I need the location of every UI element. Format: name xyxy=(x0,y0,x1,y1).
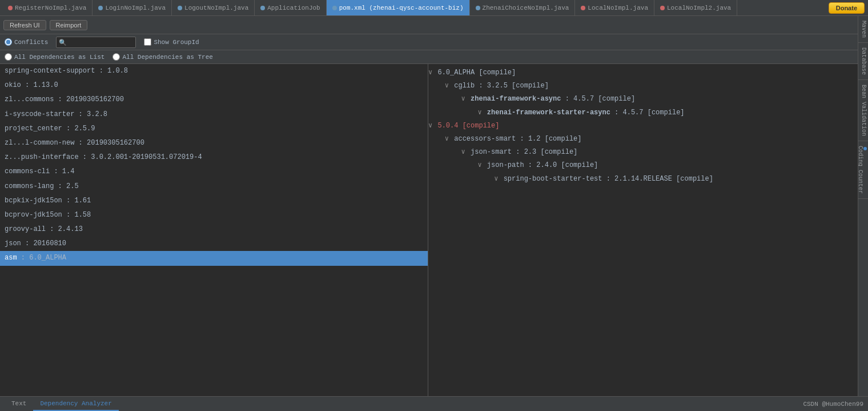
show-groupid-label[interactable]: Show GroupId xyxy=(144,38,199,46)
dep-item-0[interactable]: spring-context-support : 1.0.8 xyxy=(0,64,428,78)
dep-name-4: project_center xyxy=(5,125,62,133)
dep-version-12: : 20160810 xyxy=(21,240,66,248)
tab-5[interactable]: ZhenaiChoiceNoImpl.java xyxy=(470,0,576,15)
tree-version: : 2.3 [compile] xyxy=(512,148,577,156)
tree-toggle[interactable]: ∨ xyxy=(428,69,436,77)
dep-name-5: zl...l-common-new xyxy=(5,139,74,147)
dep-item-5[interactable]: zl...l-common-new : 20190305162700 xyxy=(0,136,428,150)
tab-label-2: LogoutNoImpl.java xyxy=(184,5,248,11)
tree-item[interactable]: ∨ json-path : 2.4.0 [compile] xyxy=(428,159,868,172)
dep-item-10[interactable]: bcprov-jdk15on : 1.58 xyxy=(0,208,428,222)
status-tabs: TextDependency Analyzer xyxy=(5,397,119,411)
tree-toggle[interactable]: ∨ xyxy=(477,109,485,117)
tree-root-item[interactable]: ∨ 6.0_ALPHA [compile] xyxy=(428,66,868,79)
right-panel-item-3[interactable]: Coding Counter xyxy=(858,141,868,199)
right-panel-item-0[interactable]: Maven xyxy=(858,16,868,43)
tab-2[interactable]: LogoutNoImpl.java xyxy=(172,0,255,15)
tab-dot-6 xyxy=(581,6,585,10)
dep-item-6[interactable]: z...push-interface : 3.0.2.001-20190531.… xyxy=(0,150,428,165)
status-tab-0[interactable]: Text xyxy=(5,397,33,411)
main-content: spring-context-support : 1.0.8okio : 1.1… xyxy=(0,64,868,396)
all-deps-list-radio[interactable] xyxy=(5,53,12,61)
dep-name-13: asm xyxy=(5,254,17,262)
conflicts-radio-label[interactable]: Conflicts xyxy=(5,38,48,46)
tree-toggle[interactable]: ∨ xyxy=(477,161,485,169)
dep-item-3[interactable]: i-syscode-starter : 3.2.8 xyxy=(0,107,428,122)
dep-item-9[interactable]: bcpkix-jdk15on : 1.61 xyxy=(0,194,428,208)
dep-item-1[interactable]: okio : 1.13.0 xyxy=(0,78,428,93)
dep-item-2[interactable]: zl...commons : 20190305162700 xyxy=(0,93,428,107)
tree-item[interactable]: ∨ zhenai-framework-async : 4.5.7 [compil… xyxy=(428,93,868,106)
tab-4[interactable]: pom.xml (zhenai-qysc-account-biz) xyxy=(327,0,470,15)
tree-indent xyxy=(428,109,477,117)
tab-3[interactable]: ApplicationJob xyxy=(255,0,326,15)
donate-button[interactable]: Donate xyxy=(829,2,865,14)
dep-version-8: : 2.5 xyxy=(54,182,78,190)
dep-item-11[interactable]: groovy-all : 2.4.13 xyxy=(0,222,428,237)
all-deps-tree-label[interactable]: All Dependencies as Tree xyxy=(112,53,212,61)
tree-name: spring-boot-starter-test xyxy=(504,175,602,183)
tabs-container: RegisterNoImpl.javaLoginNoImpl.javaLogou… xyxy=(2,0,829,15)
right-panel-item-1[interactable]: Database xyxy=(858,43,868,80)
tree-toggle[interactable]: ∨ xyxy=(445,135,453,143)
tree-name: accessors-smart xyxy=(454,135,516,143)
all-deps-list-text: All Dependencies as List xyxy=(14,54,105,61)
dep-item-12[interactable]: json : 20160810 xyxy=(0,237,428,251)
tree-item[interactable]: ∨ json-smart : 2.3 [compile] xyxy=(428,146,868,159)
tab-7[interactable]: LocalNoImpl2.java xyxy=(654,0,737,15)
dep-name-1: okio xyxy=(5,81,21,89)
tab-dot-3 xyxy=(260,6,265,10)
tree-toggle[interactable]: ∨ xyxy=(461,148,469,156)
dep-name-8: commons-lang xyxy=(5,182,54,190)
dep-item-13[interactable]: asm : 6.0_ALPHA xyxy=(0,251,428,265)
tab-label-7: LocalNoImpl2.java xyxy=(667,5,731,11)
tab-dot-0 xyxy=(8,6,13,10)
dep-item-4[interactable]: project_center : 2.5.9 xyxy=(0,122,428,136)
tree-item[interactable]: ∨ spring-boot-starter-test : 2.1.14.RELE… xyxy=(428,173,868,186)
left-panel: spring-context-support : 1.0.8okio : 1.1… xyxy=(0,64,428,396)
tree-toggle[interactable]: ∨ xyxy=(428,122,436,130)
conflicts-label: Conflicts xyxy=(14,39,48,46)
tree-conflict-item[interactable]: ∨ 5.0.4 [compile] xyxy=(428,119,868,133)
search-input[interactable] xyxy=(56,37,136,48)
dep-item-7[interactable]: commons-cli : 1.4 xyxy=(0,165,428,179)
dep-version-3: : 3.2.8 xyxy=(74,110,107,118)
show-groupid-checkbox[interactable] xyxy=(144,38,151,46)
tab-label-5: ZhenaiChoiceNoImpl.java xyxy=(483,5,569,11)
dep-version-1: : 1.13.0 xyxy=(21,81,58,89)
tab-1[interactable]: LoginNoImpl.java xyxy=(93,0,172,15)
tree-item[interactable]: ∨ cglib : 3.2.5 [compile] xyxy=(428,79,868,93)
right-panel: ∨ 6.0_ALPHA [compile] ∨ cglib : 3.2.5 [c… xyxy=(428,64,868,396)
tab-0[interactable]: RegisterNoImpl.java xyxy=(2,0,93,15)
tree-item[interactable]: ∨ zhenai-framework-starter-async : 4.5.7… xyxy=(428,106,868,119)
tree-version: : 4.5.7 [compile] xyxy=(610,109,685,117)
conflicts-radio[interactable] xyxy=(5,38,12,46)
dep-name-10: bcprov-jdk15on xyxy=(5,211,62,219)
all-deps-tree-radio[interactable] xyxy=(112,53,120,61)
tree-version: : 4.5.7 [compile] xyxy=(561,95,635,103)
dep-version-0: : 1.0.8 xyxy=(95,67,128,75)
tree-toggle[interactable]: ∨ xyxy=(461,95,469,103)
status-right-text: CSDN @HumoChen99 xyxy=(803,401,863,408)
right-panel-item-2[interactable]: Bean Validation xyxy=(858,80,868,141)
tab-label-0: RegisterNoImpl.java xyxy=(15,5,86,11)
tab-label-4: pom.xml (zhenai-qysc-account-biz) xyxy=(339,5,464,11)
tree-version: : 1.2 [compile] xyxy=(516,135,581,143)
dep-item-8[interactable]: commons-lang : 2.5 xyxy=(0,179,428,194)
tree-toggle[interactable]: ∨ xyxy=(494,175,502,183)
dep-name-9: bcpkix-jdk15on xyxy=(5,197,62,205)
tab-6[interactable]: LocalNoImpl.java xyxy=(575,0,654,15)
filter-row: Conflicts Show GroupId xyxy=(0,34,868,50)
dep-version-11: : 2.4.13 xyxy=(46,225,83,233)
dep-name-12: json xyxy=(5,240,21,248)
tree-toggle[interactable]: ∨ xyxy=(445,82,453,90)
tree-indent xyxy=(428,82,445,90)
tree-indent xyxy=(428,175,494,183)
status-tab-1[interactable]: Dependency Analyzer xyxy=(33,397,118,411)
refresh-ui-button[interactable]: Refresh UI xyxy=(3,20,46,30)
reimport-button[interactable]: Reimport xyxy=(50,20,88,30)
tree-item[interactable]: ∨ accessors-smart : 1.2 [compile] xyxy=(428,133,868,146)
options-row: All Dependencies as List All Dependencie… xyxy=(0,50,868,64)
all-deps-list-label[interactable]: All Dependencies as List xyxy=(5,53,105,61)
dep-name-7: commons-cli xyxy=(5,167,50,175)
